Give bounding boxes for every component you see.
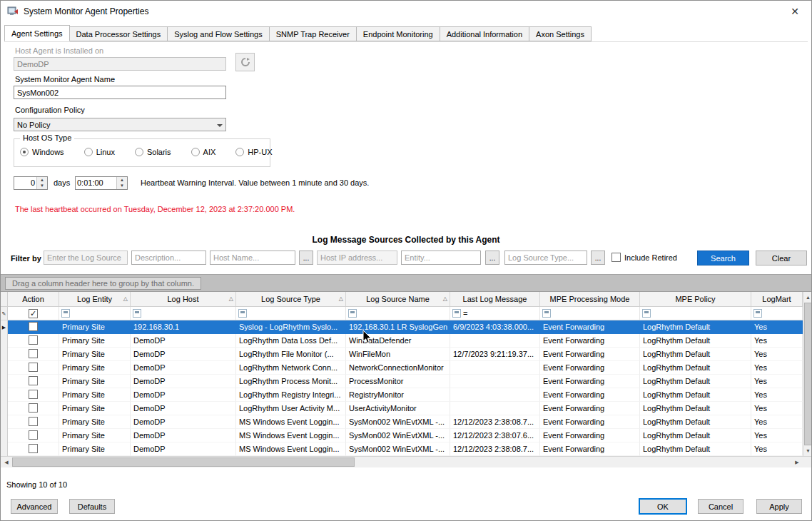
filter-cell-action[interactable] (8, 307, 59, 320)
column-header-log-source-name[interactable]: Log Source Name△ (346, 292, 450, 306)
advanced-button[interactable]: Advanced (11, 499, 58, 514)
interval-spinner[interactable]: 0:01:00 ▲▼ (75, 176, 128, 190)
column-header-log-source-type[interactable]: Log Source Type△ (236, 292, 346, 306)
column-filter-icon[interactable] (642, 309, 651, 318)
tab-snmp-trap-receiver[interactable]: SNMP Trap Receiver (270, 26, 357, 41)
configuration-policy-select[interactable]: No Policy (14, 118, 226, 131)
column-filter-icon[interactable] (452, 309, 461, 318)
row-checkbox[interactable] (29, 417, 38, 426)
column-filter-icon[interactable] (542, 309, 551, 318)
column-header-last-log-message[interactable]: Last Log Message (450, 292, 540, 306)
select-all-checkbox[interactable] (29, 309, 38, 318)
radio-linux[interactable]: Linux (84, 148, 115, 156)
row-checkbox[interactable] (29, 335, 38, 345)
row-checkbox[interactable] (29, 444, 38, 453)
table-row[interactable]: Primary SiteDemoDPMS Windows Event Loggi… (1, 415, 803, 429)
row-checkbox[interactable] (29, 363, 38, 372)
search-button[interactable]: Search (697, 251, 749, 265)
log-source-type-filter-input[interactable] (504, 251, 587, 265)
filter-cell-log-source-type[interactable] (236, 307, 346, 320)
cell-last-log-message (450, 388, 540, 402)
column-header-mpe-processing-mode[interactable]: MPE Processing Mode (540, 292, 640, 306)
horizontal-scroll-thumb[interactable] (12, 457, 355, 467)
column-header-log-entity[interactable]: Log Entity△ (59, 292, 131, 306)
apply-button[interactable]: Apply (756, 499, 802, 514)
tab-additional-information[interactable]: Additional Information (440, 26, 529, 41)
horizontal-scrollbar[interactable]: ◀ ▶ (1, 456, 803, 467)
entity-browse-button[interactable]: ... (485, 251, 499, 265)
vertical-scrollbar[interactable]: ▲ ▼ (803, 292, 812, 456)
host-lookup-button[interactable] (235, 53, 255, 71)
row-checkbox[interactable] (29, 430, 38, 440)
group-by-bar[interactable]: Drag a column header here to group by th… (1, 274, 812, 292)
row-checkbox[interactable] (29, 390, 38, 399)
cell-logmart: Yes (751, 375, 803, 388)
filter-cell-logmart[interactable] (751, 307, 803, 320)
filter-cell-mpe-policy[interactable] (640, 307, 751, 320)
log-source-type-browse-button[interactable]: ... (591, 251, 605, 265)
title-bar[interactable]: System Monitor Agent Properties (1, 1, 811, 22)
table-row[interactable]: ▶Primary Site192.168.30.1Syslog - LogRhy… (1, 320, 803, 334)
ok-button[interactable]: OK (639, 498, 687, 515)
host-name-browse-button[interactable]: ... (299, 251, 313, 265)
scroll-up-icon[interactable]: ▲ (803, 292, 812, 303)
table-row[interactable]: Primary SiteDemoDPMS Windows Event Loggi… (1, 442, 803, 456)
table-row[interactable]: Primary SiteDemoDPLogRhythm User Activit… (1, 402, 803, 415)
row-checkbox[interactable] (29, 403, 38, 413)
tab-data-processor-settings[interactable]: Data Processor Settings (70, 26, 168, 41)
host-name-filter-input[interactable] (210, 251, 295, 265)
agent-name-field[interactable] (14, 86, 226, 99)
filter-cell-log-entity[interactable] (59, 307, 131, 320)
cell-last-log-message: 12/7/2023 9:21:19.37... (450, 348, 540, 361)
days-spinner[interactable]: 0 ▲▼ (14, 176, 48, 190)
clear-button[interactable]: Clear (756, 251, 807, 265)
entity-filter-input[interactable] (401, 251, 481, 265)
table-row[interactable]: Primary SiteDemoDPLogRhythm Registry Int… (1, 388, 803, 402)
column-header-mpe-policy[interactable]: MPE Policy (640, 292, 751, 306)
filter-cell-log-source-name[interactable] (346, 307, 450, 320)
scroll-down-icon[interactable]: ▼ (803, 445, 812, 456)
radio-hp-ux[interactable]: HP-UX (235, 148, 272, 156)
filter-cell-last-log-message[interactable]: = (450, 307, 540, 320)
tab-axon-settings[interactable]: Axon Settings (529, 26, 592, 41)
column-header-log-host[interactable]: Log Host△ (131, 292, 236, 306)
row-checkbox[interactable] (29, 349, 38, 358)
include-retired-checkbox[interactable]: Include Retired (611, 253, 677, 262)
row-checkbox[interactable] (29, 376, 38, 385)
radio-circle (191, 148, 200, 156)
column-filter-icon[interactable] (133, 309, 141, 318)
row-checkbox[interactable] (29, 322, 38, 331)
log-source-filter-input[interactable] (44, 251, 128, 265)
column-filter-icon[interactable] (238, 309, 247, 318)
table-row[interactable]: Primary SiteDemoDPLogRhythm Network Conn… (1, 361, 803, 375)
filter-cell-log-host[interactable] (131, 307, 236, 320)
table-row[interactable]: Primary SiteDemoDPLogRhythm Process Moni… (1, 375, 803, 388)
cell-log-source-name: WinFileMon (346, 348, 450, 361)
radio-solaris[interactable]: Solaris (135, 148, 171, 156)
radio-windows[interactable]: Windows (20, 148, 64, 156)
radio-aix[interactable]: AIX (191, 148, 216, 156)
scroll-left-icon[interactable]: ◀ (1, 457, 12, 467)
tab-syslog-and-flow-settings[interactable]: Syslog and Flow Settings (168, 26, 270, 41)
cancel-button[interactable]: Cancel (698, 499, 744, 514)
column-filter-icon[interactable] (753, 309, 762, 318)
table-row[interactable]: Primary SiteDemoDPMS Windows Event Loggi… (1, 429, 803, 442)
tab-endpoint-monitoring[interactable]: Endpoint Monitoring (357, 26, 440, 41)
column-header-label: Log Source Name (366, 295, 430, 303)
table-row[interactable]: Primary SiteDemoDPLogRhythm File Monitor… (1, 348, 803, 361)
spinner-arrows[interactable]: ▲▼ (116, 177, 127, 189)
column-filter-icon[interactable] (61, 309, 70, 318)
description-filter-input[interactable] (131, 251, 206, 265)
vertical-scroll-thumb[interactable] (804, 303, 812, 445)
defaults-button[interactable]: Defaults (69, 499, 115, 514)
spinner-arrows[interactable]: ▲▼ (36, 177, 47, 189)
close-icon[interactable]: ✕ (786, 3, 804, 20)
table-row[interactable]: Primary SiteDemoDPLogRhythm Data Loss De… (1, 334, 803, 348)
scroll-right-icon[interactable]: ▶ (791, 457, 803, 467)
column-filter-icon[interactable] (348, 309, 357, 318)
tab-agent-settings[interactable]: Agent Settings (4, 25, 70, 41)
row-action-cell (8, 334, 59, 348)
filter-cell-mpe-processing-mode[interactable] (540, 307, 640, 320)
column-header-action[interactable]: Action (8, 292, 59, 306)
column-header-logmart[interactable]: LogMart (751, 292, 803, 306)
